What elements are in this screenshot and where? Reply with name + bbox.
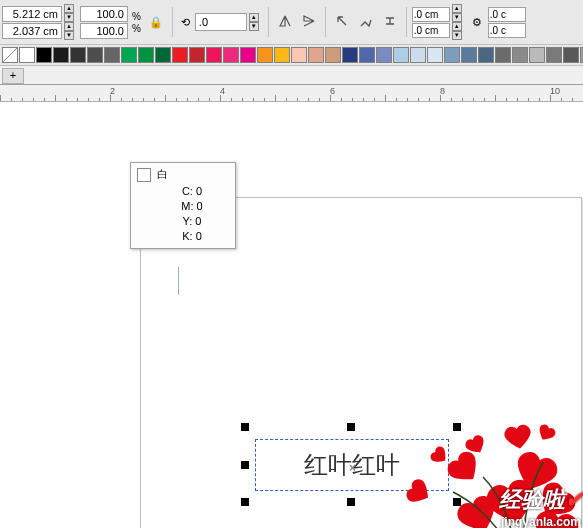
color-swatch[interactable] <box>53 47 69 63</box>
add-page-button[interactable]: + <box>2 68 24 84</box>
offR-top[interactable] <box>488 7 526 22</box>
color-swatch[interactable] <box>393 47 409 63</box>
color-swatch[interactable] <box>274 47 290 63</box>
scale-y-input[interactable] <box>80 23 128 39</box>
ruler-label: 4 <box>220 86 225 96</box>
color-swatch[interactable] <box>223 47 239 63</box>
color-swatch[interactable] <box>376 47 392 63</box>
color-swatch[interactable] <box>308 47 324 63</box>
color-swatch[interactable] <box>36 47 52 63</box>
canvas[interactable]: 白 C: 0 M: 0 Y: 0 K: 0 红叶红叶 × <box>0 102 583 528</box>
tooltip-k: K: 0 <box>137 229 229 244</box>
no-fill-swatch[interactable] <box>2 47 18 63</box>
color-swatch[interactable] <box>121 47 137 63</box>
rotate-icon: ⟲ <box>178 16 193 29</box>
color-swatch[interactable] <box>325 47 341 63</box>
horizontal-ruler: 246810 <box>0 85 583 102</box>
handle-tl[interactable] <box>241 423 249 431</box>
arrow-tl-icon[interactable] <box>331 11 353 33</box>
color-tooltip: 白 C: 0 M: 0 Y: 0 K: 0 <box>130 162 236 249</box>
color-swatch[interactable] <box>155 47 171 63</box>
mirror-v-icon[interactable] <box>298 11 320 33</box>
tooltip-m: M: 0 <box>137 199 229 214</box>
size-spinner[interactable]: ▲▼ ▲▼ <box>64 4 74 40</box>
offset-x[interactable] <box>412 7 450 22</box>
handle-ml[interactable] <box>241 461 249 469</box>
color-swatch[interactable] <box>70 47 86 63</box>
tooltip-swatch <box>137 168 151 182</box>
scale-x-input[interactable] <box>80 6 128 22</box>
color-swatch[interactable] <box>87 47 103 63</box>
handle-bl[interactable] <box>241 498 249 506</box>
height-input[interactable] <box>2 23 62 39</box>
ruler-label: 10 <box>550 86 560 96</box>
color-swatch[interactable] <box>444 47 460 63</box>
svg-line-0 <box>3 48 17 62</box>
color-swatch[interactable] <box>240 47 256 63</box>
color-swatch[interactable] <box>359 47 375 63</box>
tooltip-pointer <box>178 267 179 295</box>
offset-group <box>412 7 450 38</box>
color-swatch[interactable] <box>512 47 528 63</box>
rot-spinner[interactable]: ▲▼ <box>249 13 259 31</box>
tooltip-y: Y: 0 <box>137 214 229 229</box>
offset-y[interactable] <box>412 23 450 38</box>
property-bar: ▲▼ ▲▼ % % 🔒 ⟲ ▲▼ ▲▼ ▲▼ ⚙ <box>0 0 583 45</box>
color-swatch[interactable] <box>461 47 477 63</box>
color-swatch[interactable] <box>529 47 545 63</box>
off-spinner[interactable]: ▲▼ ▲▼ <box>452 4 462 40</box>
ruler-label: 6 <box>330 86 335 96</box>
color-swatch[interactable] <box>495 47 511 63</box>
color-swatch[interactable] <box>563 47 579 63</box>
object-scale <box>80 6 128 39</box>
color-swatch[interactable] <box>189 47 205 63</box>
color-swatch[interactable] <box>104 47 120 63</box>
color-swatch[interactable] <box>410 47 426 63</box>
heart-decoration: 经验啦✔ jingyanla.com <box>343 407 583 528</box>
snap-icon[interactable] <box>379 11 401 33</box>
mirror-h-icon[interactable] <box>274 11 296 33</box>
scale-unit: % <box>132 11 141 22</box>
tooltip-c: C: 0 <box>137 184 229 199</box>
ruler-label: 2 <box>110 86 115 96</box>
color-swatch[interactable] <box>342 47 358 63</box>
watermark-url: jingyanla.com <box>499 515 583 528</box>
scale-unit: % <box>132 23 141 34</box>
color-swatch[interactable] <box>546 47 562 63</box>
color-swatch[interactable] <box>257 47 273 63</box>
ruler-label: 8 <box>440 86 445 96</box>
color-swatch[interactable] <box>138 47 154 63</box>
object-size <box>2 6 62 39</box>
width-input[interactable] <box>2 6 62 22</box>
color-swatch[interactable] <box>478 47 494 63</box>
color-swatch[interactable] <box>206 47 222 63</box>
color-swatch[interactable] <box>19 47 35 63</box>
rotation-input[interactable] <box>195 13 247 31</box>
offset-right <box>488 7 526 38</box>
tooltip-color-name: 白 <box>157 167 168 182</box>
page-tabs: + <box>0 66 583 85</box>
edit-node-icon[interactable] <box>355 11 377 33</box>
lock-ratio-icon[interactable]: 🔒 <box>145 16 167 29</box>
color-swatch[interactable] <box>427 47 443 63</box>
color-swatch[interactable] <box>291 47 307 63</box>
options-icon[interactable]: ⚙ <box>468 13 486 32</box>
watermark-title: 经验啦 <box>499 487 565 512</box>
offR-bot[interactable] <box>488 23 526 38</box>
color-palette: ▸ <box>0 45 583 66</box>
color-swatch[interactable] <box>172 47 188 63</box>
watermark: 经验啦✔ jingyanla.com <box>499 485 583 528</box>
